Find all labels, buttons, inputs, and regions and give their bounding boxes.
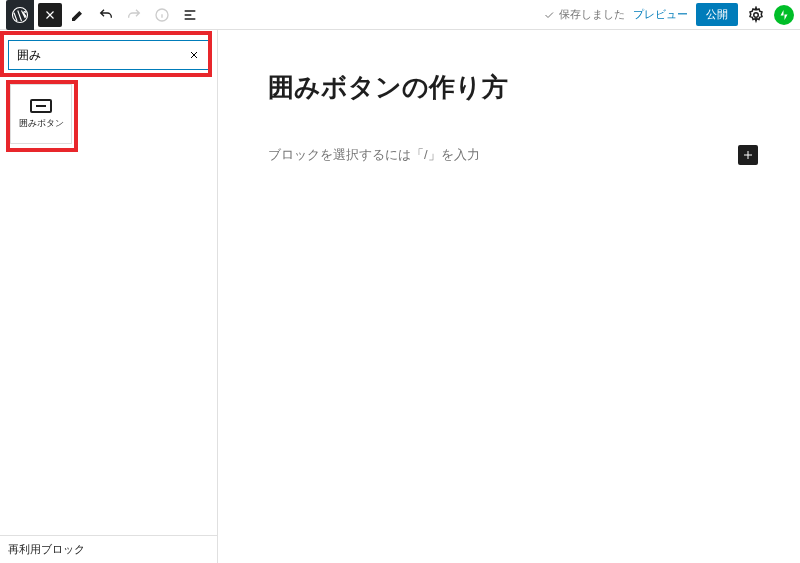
clear-search-icon[interactable]: [184, 45, 204, 65]
reusable-blocks-link[interactable]: 再利用ブロック: [0, 535, 217, 563]
add-block-button[interactable]: [738, 145, 758, 165]
preview-button[interactable]: プレビュー: [633, 7, 688, 22]
top-toolbar: 保存しました プレビュー 公開: [0, 0, 800, 30]
publish-button[interactable]: 公開: [696, 3, 738, 26]
block-search-input[interactable]: [17, 48, 184, 62]
wordpress-logo-icon[interactable]: [6, 0, 34, 30]
settings-gear-icon[interactable]: [744, 3, 768, 27]
save-status: 保存しました: [543, 7, 625, 22]
outline-icon[interactable]: [178, 3, 202, 27]
block-button-icon: [30, 99, 52, 113]
editor-canvas[interactable]: 囲みボタンの作り方 ブロックを選択するには「/」を入力: [218, 30, 800, 563]
save-status-text: 保存しました: [559, 7, 625, 22]
block-search-box[interactable]: [8, 40, 209, 70]
edit-icon[interactable]: [66, 3, 90, 27]
block-result-label: 囲みボタン: [19, 117, 64, 130]
jetpack-icon[interactable]: [774, 5, 794, 25]
block-inserter-sidebar: 囲みボタン 再利用ブロック: [0, 30, 218, 563]
undo-icon[interactable]: [94, 3, 118, 27]
block-placeholder-text[interactable]: ブロックを選択するには「/」を入力: [268, 146, 480, 164]
close-inserter-button[interactable]: [38, 3, 62, 27]
info-icon[interactable]: [150, 3, 174, 27]
post-title[interactable]: 囲みボタンの作り方: [268, 70, 780, 105]
block-result-kakomi-button[interactable]: 囲みボタン: [10, 84, 72, 144]
svg-point-2: [754, 12, 759, 17]
redo-icon: [122, 3, 146, 27]
